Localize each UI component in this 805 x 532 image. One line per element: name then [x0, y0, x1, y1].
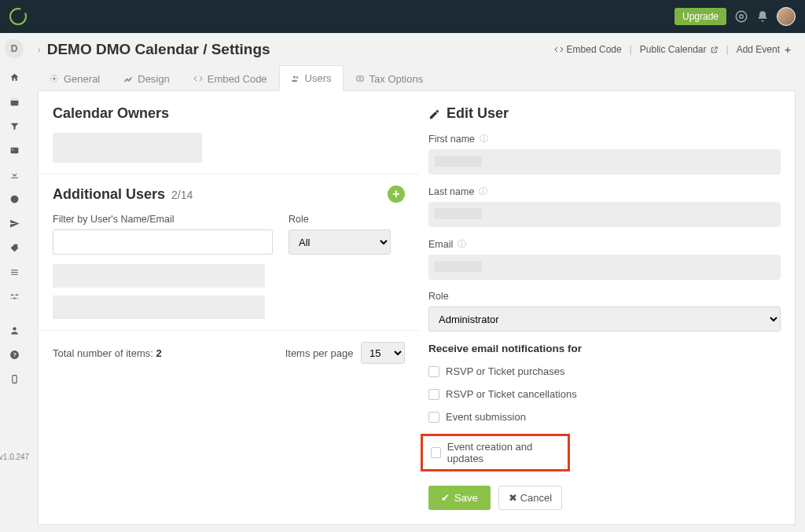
email-input[interactable]	[428, 255, 781, 280]
add-user-button[interactable]: +	[388, 185, 405, 203]
topbar: Upgrade	[0, 0, 805, 33]
first-name-label: First name	[428, 134, 475, 145]
tab-embed-code[interactable]: Embed Code	[182, 65, 279, 91]
calendar-icon[interactable]	[0, 97, 28, 107]
user-row-placeholder[interactable]	[53, 264, 265, 288]
svg-point-10	[13, 327, 16, 330]
svg-point-0	[736, 11, 747, 22]
page-title: DEMO DMO Calendar / Settings	[47, 41, 270, 58]
add-event-link[interactable]: Add Event ＋	[733, 43, 796, 57]
home-icon[interactable]	[0, 72, 28, 83]
org-badge[interactable]: D	[5, 39, 24, 58]
notif-rsvp-purchases[interactable]: RSVP or Ticket purchases	[428, 365, 781, 377]
separator: |	[726, 44, 729, 55]
users-panel: Calendar Owners Additional Users 2/14 + …	[38, 91, 796, 525]
role-label: Role	[428, 291, 781, 302]
filter-role-select[interactable]: All	[289, 229, 391, 255]
owner-row-placeholder[interactable]	[53, 133, 202, 163]
question-icon[interactable]: ?	[0, 350, 28, 360]
user-avatar[interactable]	[777, 7, 796, 26]
image-icon[interactable]	[0, 145, 28, 156]
device-icon[interactable]	[0, 374, 28, 384]
total-items-value: 2	[156, 347, 162, 359]
embed-code-link[interactable]: Embed Code	[551, 44, 625, 55]
settings-icon[interactable]	[0, 292, 28, 302]
tab-label: General	[64, 73, 100, 85]
pencil-icon	[428, 105, 440, 122]
divider	[39, 174, 419, 174]
items-per-page-select[interactable]: 15	[361, 342, 405, 364]
info-icon[interactable]: ⓘ	[480, 133, 488, 145]
globe-icon[interactable]	[0, 194, 28, 204]
svg-rect-13	[12, 376, 16, 383]
header-actions: Embed Code | Public Calendar | Add Event…	[551, 43, 796, 57]
user-icon[interactable]	[0, 325, 28, 336]
plus-icon: ＋	[783, 43, 792, 57]
tab-tax-options[interactable]: Tax Options	[344, 65, 436, 91]
checkbox[interactable]	[431, 447, 441, 458]
notif-label: RSVP or Ticket cancellations	[446, 388, 577, 400]
notif-event-submission[interactable]: Event submission	[428, 411, 781, 423]
checkbox[interactable]	[428, 389, 439, 400]
edit-user-column: Edit User First name ⓘ Last name ⓘ Email	[428, 105, 781, 510]
items-per-page-label: Items per page	[285, 347, 354, 359]
bell-icon[interactable]	[756, 10, 769, 23]
notif-label: Event creation and updates	[447, 441, 560, 464]
chevron-right-icon: ›	[38, 45, 41, 54]
svg-text:?: ?	[13, 351, 17, 358]
svg-point-6	[10, 196, 18, 204]
download-icon[interactable]	[0, 170, 28, 180]
send-icon[interactable]	[0, 218, 28, 229]
tab-label: Embed Code	[208, 73, 267, 85]
embed-code-label: Embed Code	[567, 44, 622, 55]
info-icon[interactable]: ⓘ	[458, 238, 466, 250]
info-icon[interactable]: ⓘ	[479, 185, 487, 197]
tag-icon[interactable]	[0, 243, 28, 253]
filter-role-label: Role	[289, 214, 391, 225]
svg-point-14	[53, 78, 56, 80]
save-label: Save	[454, 492, 478, 504]
notif-rsvp-cancellations[interactable]: RSVP or Ticket cancellations	[428, 388, 781, 400]
tab-users[interactable]: Users	[279, 65, 344, 91]
notif-event-creation-updates[interactable]: Event creation and updates	[431, 441, 560, 464]
save-button[interactable]: ✔ Save	[428, 486, 491, 510]
main-content: › DEMO DMO Calendar / Settings Embed Cod…	[28, 33, 805, 532]
tab-design[interactable]: Design	[112, 65, 181, 91]
svg-rect-4	[10, 148, 18, 154]
calendar-owners-title: Calendar Owners	[53, 105, 405, 122]
plus-icon: +	[392, 187, 399, 201]
additional-users-count: 2/14	[171, 189, 193, 201]
svg-point-15	[293, 75, 296, 78]
total-items: Total number of items: 2	[53, 347, 162, 359]
add-event-label: Add Event	[737, 44, 780, 55]
filter-name-label: Filter by User's Name/Email	[53, 214, 273, 225]
user-row-placeholder[interactable]	[53, 295, 265, 319]
app-logo[interactable]	[9, 8, 27, 25]
upgrade-button[interactable]: Upgrade	[675, 8, 726, 25]
email-label: Email	[428, 239, 453, 250]
svg-rect-3	[10, 99, 18, 101]
owners-column: Calendar Owners Additional Users 2/14 + …	[53, 105, 405, 510]
role-select[interactable]: Administrator	[428, 306, 781, 332]
settings-tabs: General Design Embed Code Users Tax Opti…	[38, 64, 796, 91]
highlighted-notification: Event creation and updates	[421, 434, 570, 471]
divider	[39, 330, 419, 331]
svg-point-1	[740, 15, 744, 19]
public-calendar-link[interactable]: Public Calendar	[637, 44, 722, 55]
cancel-button[interactable]: ✖ Cancel	[498, 486, 562, 510]
filter-icon[interactable]	[0, 121, 28, 131]
checkbox[interactable]	[428, 412, 439, 423]
checkbox[interactable]	[428, 366, 439, 377]
filter-name-input[interactable]	[53, 229, 273, 255]
tab-label: Design	[138, 73, 169, 85]
last-name-input[interactable]	[428, 202, 781, 227]
tab-general[interactable]: General	[38, 65, 112, 91]
version-label: v1.0.247	[0, 453, 29, 461]
list-icon[interactable]	[0, 267, 28, 277]
first-name-input[interactable]	[428, 149, 781, 174]
close-icon: ✖	[509, 492, 517, 504]
last-name-label: Last name	[428, 186, 474, 197]
help-icon[interactable]	[734, 9, 748, 24]
tab-label: Users	[305, 72, 332, 84]
total-items-label: Total number of items:	[53, 347, 156, 359]
